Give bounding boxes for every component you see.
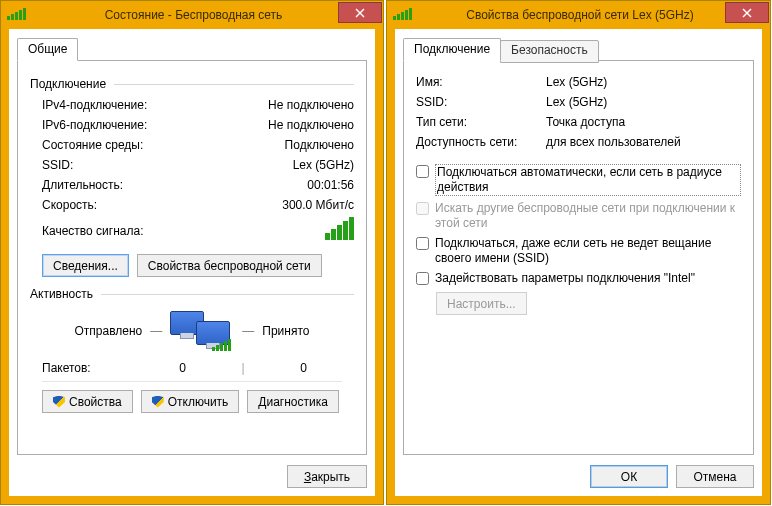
close-icon xyxy=(355,8,365,18)
tab-body: Имя: Lex (5GHz) SSID: Lex (5GHz) Тип сет… xyxy=(403,60,754,455)
activity-diagram: Отправлено — — Принято xyxy=(30,311,354,351)
monitors-icon xyxy=(170,311,234,351)
packets-label: Пакетов: xyxy=(42,361,132,375)
availability-label: Доступность сети: xyxy=(416,135,546,149)
checkbox-intel-params[interactable]: Задействовать параметры подключения "Int… xyxy=(416,271,741,286)
titlebar[interactable]: Состояние - Беспроводная сеть xyxy=(1,1,383,29)
checkbox-input xyxy=(416,202,429,215)
ssid-label: SSID: xyxy=(416,95,546,109)
row-media: Состояние среды:Подключено xyxy=(30,135,354,155)
shield-icon xyxy=(152,396,164,408)
name-label: Имя: xyxy=(416,75,546,89)
tabs: Общие xyxy=(17,38,375,61)
name-value: Lex (5GHz) xyxy=(546,75,741,89)
checkbox-input[interactable] xyxy=(416,272,429,285)
signal-icon xyxy=(7,8,26,23)
details-button[interactable]: Сведения... xyxy=(42,254,129,277)
received-label: Принято xyxy=(262,324,309,338)
tab-body: Подключение IPv4-подключение:Не подключе… xyxy=(17,60,367,455)
client-area: Подключение Безопасность Имя: Lex (5GHz)… xyxy=(395,29,762,496)
close-window-button[interactable]: Закрыть xyxy=(287,465,367,488)
row-speed: Скорость:300.0 Мбит/с xyxy=(30,195,354,215)
sent-label: Отправлено xyxy=(75,324,143,338)
client-area: Общие Подключение IPv4-подключение:Не по… xyxy=(9,29,375,496)
packets-sent: 0 xyxy=(132,361,233,375)
checkbox-input[interactable] xyxy=(416,237,429,250)
tab-connection[interactable]: Подключение xyxy=(403,38,501,61)
type-label: Тип сети: xyxy=(416,115,546,129)
tab-general[interactable]: Общие xyxy=(17,38,78,61)
property-list: Имя: Lex (5GHz) SSID: Lex (5GHz) Тип сет… xyxy=(416,71,741,159)
ssid-value: Lex (5GHz) xyxy=(546,95,741,109)
footer: Закрыть xyxy=(9,455,375,496)
cancel-button[interactable]: Отмена xyxy=(676,465,754,488)
group-connection: Подключение xyxy=(30,77,354,91)
titlebar[interactable]: Свойства беспроводной сети Lex (5GHz) xyxy=(387,1,770,29)
properties-button[interactable]: Свойства xyxy=(42,390,133,413)
checkbox-auto-connect[interactable]: Подключаться автоматически, если сеть в … xyxy=(416,164,741,196)
signal-bars-icon xyxy=(325,217,354,240)
diagnostics-button[interactable]: Диагностика xyxy=(247,390,339,413)
ok-button[interactable]: ОК xyxy=(590,465,668,488)
checkbox-search-other: Искать другие беспроводные сети при подк… xyxy=(416,201,741,231)
window-title: Свойства беспроводной сети Lex (5GHz) xyxy=(420,8,770,22)
row-ssid: SSID:Lex (5GHz) xyxy=(30,155,354,175)
tab-security[interactable]: Безопасность xyxy=(500,40,599,63)
row-signal-quality: Качество сигнала: xyxy=(30,215,354,246)
configure-button: Настроить... xyxy=(436,292,527,315)
type-value: Точка доступа xyxy=(546,115,741,129)
group-activity: Активность xyxy=(30,287,354,301)
wireless-properties-button[interactable]: Свойства беспроводной сети xyxy=(137,254,322,277)
properties-window: Свойства беспроводной сети Lex (5GHz) По… xyxy=(386,0,771,505)
close-icon xyxy=(742,8,752,18)
shield-icon xyxy=(53,396,65,408)
packets-received: 0 xyxy=(253,361,354,375)
row-ipv4: IPv4-подключение:Не подключено xyxy=(30,95,354,115)
footer: ОК Отмена xyxy=(395,455,762,496)
status-window: Состояние - Беспроводная сеть Общие Подк… xyxy=(0,0,384,505)
row-ipv6: IPv6-подключение:Не подключено xyxy=(30,115,354,135)
close-button[interactable] xyxy=(725,2,769,23)
tabs: Подключение Безопасность xyxy=(403,38,762,61)
checkbox-connect-hidden[interactable]: Подключаться, даже если сеть не ведет ве… xyxy=(416,236,741,266)
row-duration: Длительность:00:01:56 xyxy=(30,175,354,195)
disconnect-button[interactable]: Отключить xyxy=(141,390,240,413)
window-title: Состояние - Беспроводная сеть xyxy=(34,8,383,22)
availability-value: для всех пользователей xyxy=(546,135,741,149)
close-button[interactable] xyxy=(338,2,382,23)
signal-icon xyxy=(393,8,412,23)
checkbox-input[interactable] xyxy=(416,165,429,178)
